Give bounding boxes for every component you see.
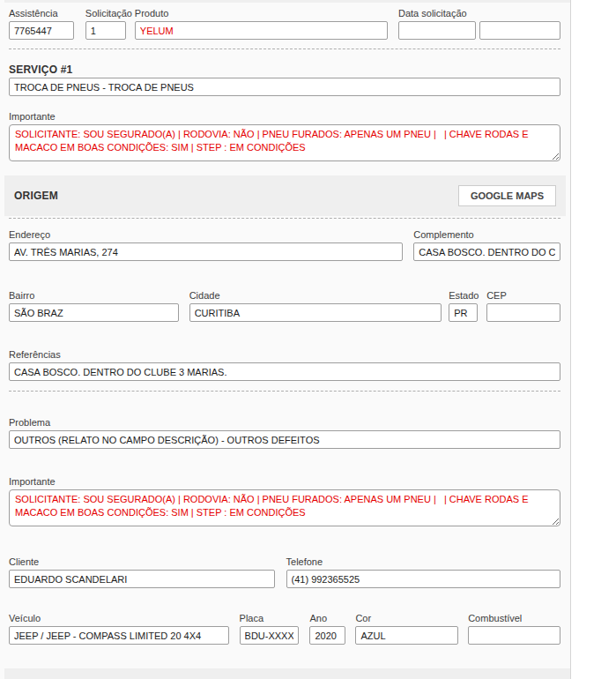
complemento-input[interactable] <box>413 242 560 261</box>
cliente-field-group: Cliente <box>9 556 275 588</box>
cidade-label: Cidade <box>189 289 442 302</box>
placa-field-group: Placa <box>240 612 300 645</box>
data-solicitacao-date-input[interactable] <box>398 21 476 40</box>
origem-section-header: ORIGEM GOOGLE MAPS <box>4 175 566 216</box>
servico-importante-textarea[interactable]: SOLICITANTE: SOU SEGURADO(A) | RODOVIA: … <box>9 124 560 161</box>
solicitacao-label: Solicitação <box>85 7 126 19</box>
ano-field-group: Ano <box>309 612 345 645</box>
cliente-row: Cliente Telefone <box>9 556 560 588</box>
separator-dashed-1 <box>9 48 560 49</box>
solicitacao-input[interactable] <box>85 21 126 40</box>
complemento-label: Complemento <box>413 228 560 241</box>
combustivel-input[interactable] <box>468 626 560 645</box>
data-solicitacao-inputs <box>398 19 560 40</box>
cor-input[interactable] <box>355 626 458 645</box>
veiculo-field-group: Veículo <box>9 612 229 645</box>
telefone-label: Telefone <box>286 556 560 568</box>
separator-dashed-3 <box>9 391 560 392</box>
assistencia-label: Assistência <box>9 7 74 19</box>
origem-section-title: ORIGEM <box>14 190 58 202</box>
google-maps-button[interactable]: GOOGLE MAPS <box>458 185 556 206</box>
bairro-label: Bairro <box>9 289 179 302</box>
servico-importante-label: Importante <box>9 110 560 123</box>
veiculo-row: Veículo Placa Ano Cor Combustível <box>9 612 560 645</box>
estado-input[interactable] <box>449 303 478 322</box>
combustivel-label: Combustível <box>468 612 560 624</box>
produto-field-group: Produto <box>135 7 388 40</box>
assistencia-field-group: Assistência <box>9 7 74 40</box>
veiculo-input[interactable] <box>9 626 229 645</box>
data-solicitacao-label: Data solicitação <box>398 7 560 19</box>
problema-importante-label: Importante <box>9 475 560 488</box>
telefone-field-group: Telefone <box>286 556 560 588</box>
cidade-field-group: Cidade <box>189 289 442 322</box>
cliente-label: Cliente <box>9 556 275 568</box>
assistance-form-page: Assistência Solicitação Produto Data sol… <box>0 0 571 679</box>
cor-label: Cor <box>355 612 458 624</box>
bairro-field-group: Bairro <box>9 289 179 322</box>
ano-input[interactable] <box>309 626 345 645</box>
solicitacao-field-group: Solicitação <box>85 7 126 40</box>
telefone-input[interactable] <box>286 570 560 588</box>
problema-importante-textarea[interactable]: SOLICITANTE: SOU SEGURADO(A) | RODOVIA: … <box>9 489 560 526</box>
referencias-input[interactable] <box>9 362 560 381</box>
separator-dashed-2 <box>9 218 560 219</box>
cep-input[interactable] <box>486 303 560 322</box>
placa-input[interactable] <box>240 626 300 645</box>
produto-label: Produto <box>135 7 388 19</box>
problema-input[interactable] <box>9 430 560 449</box>
data-solicitacao-field-group: Data solicitação <box>398 7 560 40</box>
bairro-row: Bairro Cidade Estado CEP <box>9 289 560 322</box>
endereco-input[interactable] <box>9 242 403 261</box>
servico-section-title: SERVIÇO #1 <box>9 63 560 76</box>
header-row: Assistência Solicitação Produto Data sol… <box>9 7 560 40</box>
servico-descricao-input[interactable] <box>9 78 560 96</box>
footer-strip <box>4 668 570 679</box>
cor-field-group: Cor <box>355 612 458 645</box>
bairro-input[interactable] <box>9 303 179 322</box>
veiculo-label: Veículo <box>9 612 229 624</box>
placa-label: Placa <box>240 612 300 624</box>
cidade-input[interactable] <box>189 303 442 322</box>
endereco-label: Endereço <box>9 228 403 241</box>
endereco-row: Endereço Complemento <box>9 228 560 261</box>
cep-label: CEP <box>486 289 560 302</box>
complemento-field-group: Complemento <box>413 228 560 261</box>
estado-field-group: Estado <box>449 289 478 322</box>
produto-input[interactable] <box>135 21 388 40</box>
combustivel-field-group: Combustível <box>468 612 560 645</box>
cep-field-group: CEP <box>486 289 560 322</box>
estado-label: Estado <box>449 289 478 302</box>
endereco-field-group: Endereço <box>9 228 403 261</box>
cliente-input[interactable] <box>9 570 275 588</box>
assistencia-input[interactable] <box>9 21 74 40</box>
referencias-label: Referências <box>9 348 560 361</box>
top-edge-strip <box>4 0 570 3</box>
ano-label: Ano <box>309 612 345 624</box>
problema-label: Problema <box>9 416 560 429</box>
data-solicitacao-time-input[interactable] <box>479 21 560 40</box>
